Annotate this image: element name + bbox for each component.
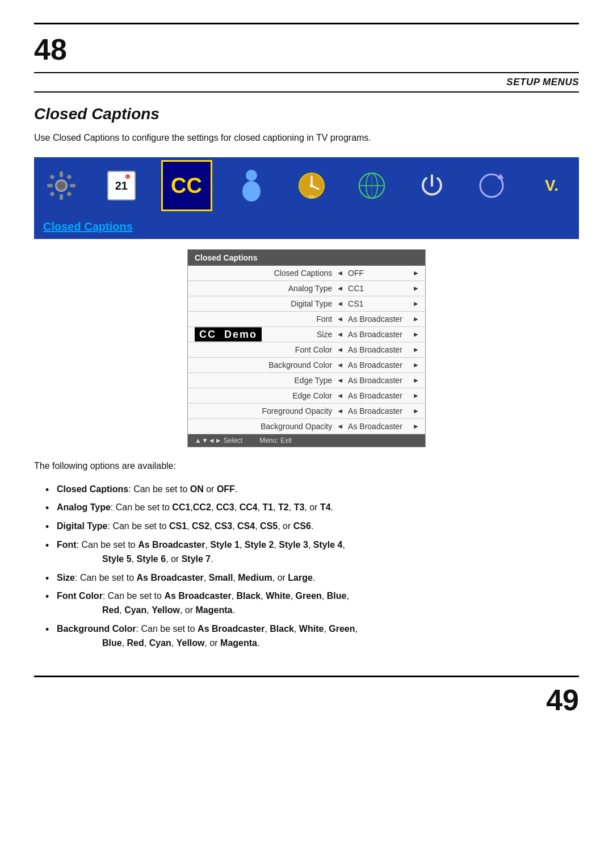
figure-icon <box>231 165 272 206</box>
list-item: Font: Can be set to As Broadcaster, Styl… <box>45 536 579 569</box>
popup-row-font[interactable]: Font ◄ As Broadcaster ► <box>188 312 425 327</box>
svg-rect-2 <box>60 194 63 200</box>
popup-label-fg-opacity: Foreground Opacity <box>194 406 337 416</box>
svg-text:20s: 20s <box>308 195 315 199</box>
calendar-icon: 21 <box>101 165 142 206</box>
popup-value-edge-type: As Broadcaster <box>348 376 410 385</box>
popup-row-bg-opacity[interactable]: Background Opacity ◄ As Broadcaster ► <box>188 419 425 434</box>
svg-point-9 <box>57 182 65 190</box>
bullet-text: Closed Captions: Can be set to ON or OFF… <box>57 484 237 494</box>
bullet-text: Background Color: Can be set to As Broad… <box>57 624 358 634</box>
popup-row-fg-opacity[interactable]: Foreground Opacity ◄ As Broadcaster ► <box>188 404 425 419</box>
list-item: Size: Can be set to As Broadcaster, Smal… <box>45 569 579 588</box>
bullet-text: Size: Can be set to As Broadcaster, Smal… <box>57 573 315 582</box>
body-section: The following options are available: Clo… <box>34 459 579 653</box>
popup-row-bg-color[interactable]: Background Color ◄ As Broadcaster ► <box>188 358 425 373</box>
list-item: Digital Type: Can be set to CS1, CS2, CS… <box>45 517 579 536</box>
popup-row-size[interactable]: CC Demo Size ◄ As Broadcaster ► <box>188 327 425 342</box>
v-chip-icon: V. <box>531 165 572 206</box>
popup-value-edge-color: As Broadcaster <box>348 391 410 400</box>
setup-menus-label: SETUP MENUS <box>34 73 579 90</box>
popup-label-analog-type: Analog Type <box>194 284 337 293</box>
svg-rect-6 <box>66 174 72 180</box>
popup-row-edge-type[interactable]: Edge Type ◄ As Broadcaster ► <box>188 373 425 388</box>
popup-value-digital-type: CS1 <box>348 299 410 308</box>
popup-value-size: As Broadcaster <box>348 330 410 339</box>
popup-row-edge-color[interactable]: Edge Color ◄ As Broadcaster ► <box>188 388 425 404</box>
popup-arrow-left-font: ◄ <box>337 315 343 323</box>
popup-arrow-right-analog: ► <box>413 284 419 292</box>
popup-label-edge-type: Edge Type <box>194 376 337 385</box>
popup-row-font-color[interactable]: Font Color ◄ As Broadcaster ► <box>188 342 425 358</box>
svg-rect-8 <box>66 191 72 197</box>
cc-text: CC <box>171 174 202 198</box>
popup-arrow-right-bg-color: ► <box>413 361 419 369</box>
popup-arrow-left-edge-color: ◄ <box>337 392 343 400</box>
popup-arrow-right-edge-type: ► <box>413 376 419 384</box>
popup-arrow-right-digital: ► <box>413 300 419 308</box>
popup-arrow-right-size: ► <box>413 330 419 338</box>
svg-point-15 <box>310 184 313 187</box>
popup-header: Closed Captions <box>188 250 425 266</box>
cc-bar-label: Closed Captions <box>43 220 133 233</box>
svg-point-11 <box>242 181 261 202</box>
bullet-list: Closed Captions: Can be set to ON or OFF… <box>45 480 579 653</box>
popup-menu: Closed Captions Closed Captions ◄ OFF ► … <box>187 249 426 447</box>
menu-bar-bottom: Closed Captions <box>34 214 579 239</box>
indent-line: Style 5, Style 6, or Style 7. <box>57 552 579 567</box>
svg-rect-1 <box>60 171 63 177</box>
popup-arrow-left-fg-opacity: ◄ <box>337 407 343 415</box>
clock-icon: 20s <box>291 165 332 206</box>
svg-rect-7 <box>49 191 55 197</box>
popup-value-fg-opacity: As Broadcaster <box>348 406 410 416</box>
popup-arrow-left-bg-color: ◄ <box>337 361 343 369</box>
bullet-text: Analog Type: Can be set to CC1,CC2, CC3,… <box>57 502 333 512</box>
popup-arrow-left-font-color: ◄ <box>337 346 343 354</box>
power-icon <box>412 165 452 206</box>
popup-row-analog-type[interactable]: Analog Type ◄ CC1 ► <box>188 281 425 296</box>
popup-value-bg-color: As Broadcaster <box>348 360 410 370</box>
popup-footer: ▲▼◄► Select Menu: Exit <box>188 434 425 447</box>
indent-line: Blue, Red, Cyan, Yellow, or Magenta. <box>57 636 579 651</box>
svg-point-10 <box>246 170 257 181</box>
list-item: Closed Captions: Can be set to ON or OFF… <box>45 480 579 499</box>
page-number-bottom: 49 <box>34 677 579 728</box>
popup-arrow-right-cc: ► <box>413 269 419 277</box>
bullet-text: Font: Can be set to As Broadcaster, Styl… <box>57 540 345 550</box>
list-item: Analog Type: Can be set to CC1,CC2, CC3,… <box>45 498 579 517</box>
svg-rect-5 <box>49 174 55 180</box>
popup-row-digital-type[interactable]: Digital Type ◄ CS1 ► <box>188 296 425 312</box>
popup-arrow-left-size: ◄ <box>337 330 343 338</box>
popup-arrow-right-fg-opacity: ► <box>413 407 419 415</box>
indent-line: Red, Cyan, Yellow, or Magenta. <box>57 603 579 618</box>
popup-label-edge-color: Edge Color <box>194 391 337 400</box>
popup-arrow-right-font: ► <box>413 315 419 323</box>
intro-text: Use Closed Captions to configure the set… <box>34 131 579 145</box>
popup-value-font: As Broadcaster <box>348 315 410 324</box>
popup-arrow-left-digital: ◄ <box>337 300 343 308</box>
popup-label-font: Font <box>194 315 337 324</box>
popup-arrow-left-cc: ◄ <box>337 269 343 277</box>
popup-arrow-right-font-color: ► <box>413 346 419 354</box>
bullet-text: Digital Type: Can be set to CS1, CS2, CS… <box>57 521 313 531</box>
gear-icon <box>41 165 82 206</box>
screenshot-container: 21 CC 20s <box>34 157 579 447</box>
popup-arrow-right-bg-opacity: ► <box>413 422 419 430</box>
cc-highlighted-icon: CC <box>161 160 212 211</box>
popup-row-closed-captions[interactable]: Closed Captions ◄ OFF ► <box>188 266 425 281</box>
bullet-text: Font Color: Can be set to As Broadcaster… <box>57 591 349 601</box>
footer-select: ▲▼◄► Select <box>195 437 242 445</box>
globe-icon <box>351 165 392 206</box>
section-heading: Closed Captions <box>34 105 579 123</box>
cc-demo-overlay: CC Demo <box>195 328 262 342</box>
popup-value-closed-captions: OFF <box>348 269 410 278</box>
page-wrapper: 48 SETUP MENUS Closed Captions Use Close… <box>0 23 613 868</box>
popup-label-font-color: Font Color <box>194 345 337 354</box>
popup-arrow-left-analog: ◄ <box>337 284 343 292</box>
popup-arrow-left-bg-opacity: ◄ <box>337 422 343 430</box>
svg-rect-3 <box>47 184 53 187</box>
popup-label-bg-color: Background Color <box>194 360 337 370</box>
popup-label-bg-opacity: Background Opacity <box>194 422 337 431</box>
menu-bar: 21 CC 20s <box>34 157 579 214</box>
popup-label-digital-type: Digital Type <box>194 299 337 308</box>
